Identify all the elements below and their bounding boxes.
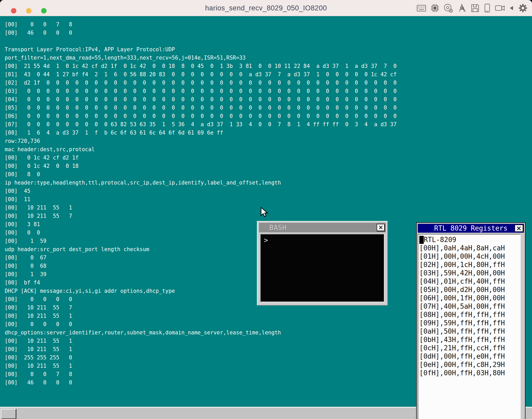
drive-icon[interactable] [484, 4, 491, 12]
rtl-window-title: RTL 8029 Registers [434, 224, 508, 232]
taskbar-button[interactable] [1, 409, 16, 419]
camera-icon[interactable] [495, 4, 505, 12]
rtl-close-button[interactable] [515, 225, 523, 232]
emulator-screen: harios_send_recv_8029_050_IO8200 [0, 0, 532, 419]
window-titlebar: harios_send_recv_8029_050_IO8200 [0, 0, 532, 16]
rtl-registers-window: RTL 8029 Registers RTL-8209 [00H],0aH,4a… [416, 222, 525, 419]
close-icon [517, 226, 521, 231]
bash-prompt: > [264, 236, 268, 244]
console-output: [00] 0 0 7 8 [00] 46 0 0 0 Transport Lay… [5, 20, 397, 387]
bash-terminal[interactable]: > [260, 234, 384, 302]
mouse-cursor [260, 207, 268, 218]
rtl-register-list[interactable]: RTL-8209 [00H],0aH,4aH,8aH,caH [01H],00H… [418, 234, 521, 419]
bash-window-title: BASH [269, 224, 287, 232]
cpu-icon[interactable] [430, 4, 439, 12]
network-tower-icon[interactable] [458, 4, 466, 12]
rtl-window-titlebar[interactable]: RTL 8029 Registers [418, 224, 524, 233]
bash-window: BASH > [257, 221, 388, 306]
cdrom-icon[interactable] [444, 4, 453, 13]
bash-window-titlebar[interactable]: BASH [259, 223, 386, 232]
keyboard-icon[interactable] [417, 5, 426, 12]
close-icon [379, 225, 383, 230]
rewind-icon[interactable] [509, 5, 514, 11]
bash-close-button[interactable] [377, 224, 385, 231]
save-icon[interactable] [471, 4, 479, 12]
toolbar [417, 0, 528, 16]
settings-icon[interactable] [518, 3, 528, 13]
rtl-register-values: RTL-8209 [00H],0aH,4aH,8aH,caH [01H],00H… [419, 236, 505, 377]
